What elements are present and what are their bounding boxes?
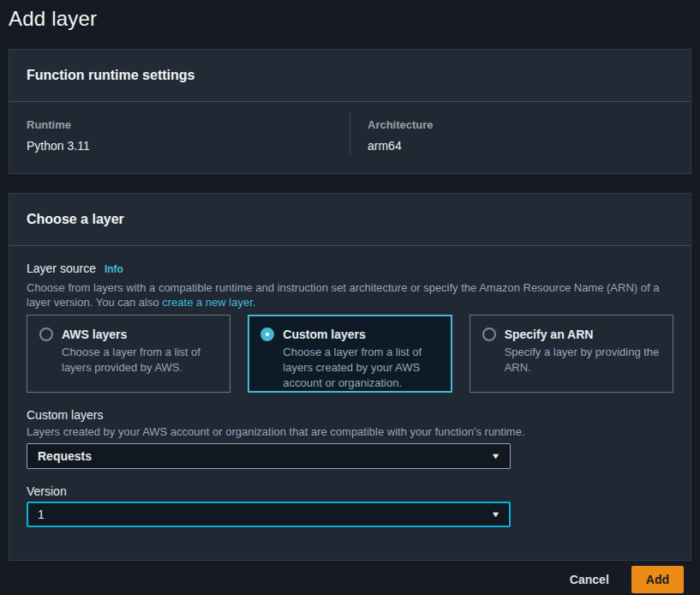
option-card-aws-layers[interactable]: AWS layers Choose a layer from a list of…	[27, 315, 230, 393]
layer-source-label: Layer source	[27, 260, 96, 277]
add-layer-page: Add layer Function runtime settings Runt…	[0, 0, 700, 593]
add-button[interactable]: Add	[631, 566, 684, 593]
runtime-label: Runtime	[27, 112, 332, 133]
custom-layers-description: Layers created by your AWS account or or…	[27, 424, 673, 439]
option-description: Specify a layer by providing the ARN.	[505, 345, 661, 376]
info-link[interactable]: Info	[105, 263, 123, 275]
chevron-down-icon: ▼	[491, 453, 501, 460]
page-title: Add layer	[9, 7, 691, 31]
footer-actions: Cancel Add	[9, 566, 691, 593]
radio-icon[interactable]	[260, 328, 274, 341]
choose-layer-title: Choose a layer	[27, 210, 673, 229]
option-label: Specify an ARN	[505, 326, 594, 343]
cancel-button[interactable]: Cancel	[570, 569, 609, 590]
custom-layers-select[interactable]: Requests ▼	[27, 443, 511, 469]
version-selected-value: 1	[38, 508, 45, 521]
radio-icon[interactable]	[39, 328, 53, 341]
function-runtime-settings-body: Runtime Python 3.11 Architecture arm64	[9, 102, 691, 173]
chevron-down-icon: ▼	[491, 511, 501, 519]
version-label: Version	[27, 483, 673, 500]
create-new-layer-link[interactable]: create a new layer.	[162, 296, 255, 309]
runtime-value: Python 3.11	[27, 137, 332, 154]
choose-layer-body: Layer source Info Choose from layers wit…	[9, 246, 691, 560]
layer-source-row: Layer source Info	[27, 260, 673, 277]
choose-layer-header: Choose a layer	[9, 194, 691, 246]
option-card-custom-layers[interactable]: Custom layers Choose a layer from a list…	[248, 315, 452, 393]
option-title-row: Specify an ARN	[482, 326, 661, 343]
layer-source-description: Choose from layers with a compatible run…	[27, 280, 671, 310]
layer-source-options: AWS layers Choose a layer from a list of…	[27, 315, 673, 393]
architecture-value: arm64	[368, 137, 673, 154]
option-label: Custom layers	[283, 326, 365, 343]
option-description: Choose a layer from a list of layers cre…	[283, 345, 439, 391]
option-title-row: Custom layers	[260, 326, 439, 343]
runtime-field: Runtime Python 3.11	[9, 112, 350, 154]
radio-icon[interactable]	[482, 328, 496, 341]
version-select[interactable]: 1 ▼	[27, 502, 511, 527]
option-title-row: AWS layers	[39, 326, 218, 343]
choose-layer-panel: Choose a layer Layer source Info Choose …	[9, 193, 691, 561]
function-runtime-settings-panel: Function runtime settings Runtime Python…	[9, 49, 691, 174]
function-runtime-settings-header: Function runtime settings	[9, 50, 691, 102]
architecture-label: Architecture	[368, 112, 673, 133]
option-label: AWS layers	[62, 326, 127, 343]
option-description: Choose a layer from a list of layers pro…	[62, 345, 218, 376]
custom-layers-label: Custom layers	[27, 406, 673, 424]
function-runtime-settings-title: Function runtime settings	[27, 66, 673, 85]
custom-layers-selected-value: Requests	[38, 449, 92, 463]
option-card-specify-arn[interactable]: Specify an ARN Specify a layer by provid…	[470, 315, 673, 393]
layer-source-description-text: Choose from layers with a compatible run…	[27, 281, 659, 309]
architecture-field: Architecture arm64	[350, 112, 691, 154]
